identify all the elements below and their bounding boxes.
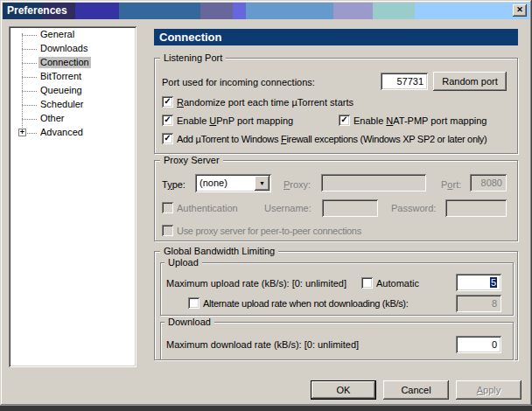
- window-title: Preferences: [7, 4, 67, 17]
- port-input[interactable]: 57731: [381, 73, 428, 90]
- sidebar-item-label: Downloads: [38, 43, 89, 54]
- proxy-type-value: (none): [200, 174, 228, 192]
- max-download-label: Maximum download rate (kB/s): [0: unlimi…: [166, 339, 359, 351]
- tree-stub: [22, 105, 37, 106]
- sidebar-item-label: Advanced: [38, 127, 85, 138]
- category-tree: General Downloads Connection BitTorrent …: [9, 26, 136, 367]
- firewall-checkbox[interactable]: ✓: [162, 133, 173, 144]
- sidebar-item-label: Other: [38, 113, 66, 124]
- max-upload-input[interactable]: 5: [456, 274, 501, 291]
- proxy-server-group: Proxy Server Type: (none) ▼ Proxy: Port:…: [154, 160, 518, 241]
- sidebar-item-other[interactable]: Other: [9, 112, 136, 126]
- selected-text: 5: [490, 277, 497, 288]
- check-icon: ✓: [164, 133, 171, 143]
- sidebar-item-connection[interactable]: Connection: [9, 56, 136, 70]
- authentication-checkbox[interactable]: [162, 202, 173, 213]
- close-icon: ✕: [516, 5, 523, 14]
- upnp-label: Enable UPnP port mapping: [177, 115, 293, 127]
- proxy-p2p-checkbox[interactable]: [162, 225, 173, 236]
- random-port-button[interactable]: Random port: [433, 72, 507, 91]
- tree-stub: [22, 63, 37, 64]
- sidebar-item-label: Queueing: [38, 85, 84, 96]
- sidebar-item-label: General: [38, 29, 76, 40]
- port-label: Port used for incoming connections:: [162, 77, 315, 88]
- tree-stub: [22, 119, 37, 120]
- automatic-label: Automatic: [376, 278, 419, 289]
- sidebar-item-queueing[interactable]: Queueing: [9, 84, 136, 98]
- proxy-port-input[interactable]: 8080: [470, 174, 507, 192]
- authentication-label: Authentication: [177, 203, 238, 214]
- firewall-label: Add µTorrent to Windows Firewall excepti…: [177, 134, 486, 145]
- tree-stub: [27, 133, 37, 134]
- sidebar-item-advanced[interactable]: + Advanced: [9, 126, 136, 140]
- sidebar-item-scheduler[interactable]: Scheduler: [9, 98, 136, 112]
- tree-stub: [22, 91, 37, 92]
- bandwidth-group: Global Bandwidth Limiting Upload Maximum…: [154, 251, 518, 360]
- group-legend: Download: [164, 317, 214, 328]
- sidebar-item-label: BitTorrent: [38, 71, 83, 82]
- natpmp-checkbox[interactable]: ✓: [339, 115, 350, 126]
- sidebar-item-label-selected: Connection: [38, 57, 91, 68]
- upload-group: Upload Maximum upload rate (kB/s): [0: u…: [160, 262, 514, 316]
- desktop-edge: [0, 405, 532, 411]
- max-upload-label: Maximum upload rate (kB/s): [0: unlimite…: [166, 278, 346, 289]
- listening-port-group: Listening Port Port used for incoming co…: [154, 58, 518, 154]
- alternate-upload-input[interactable]: 8: [456, 295, 501, 312]
- sidebar-item-bittorrent[interactable]: BitTorrent: [9, 70, 136, 84]
- screen: Preferences ✕ General Downloads Connecti…: [0, 0, 532, 411]
- alternate-upload-label: Alternate upload rate when not downloadi…: [203, 298, 409, 310]
- close-button[interactable]: ✕: [513, 4, 527, 17]
- sidebar-item-downloads[interactable]: Downloads: [9, 42, 136, 56]
- password-input[interactable]: [445, 199, 507, 217]
- automatic-checkbox[interactable]: [361, 277, 373, 289]
- group-legend: Proxy Server: [160, 155, 223, 166]
- proxy-port-label: Port:: [441, 179, 461, 191]
- apply-button[interactable]: Apply: [456, 380, 522, 400]
- username-input[interactable]: [322, 199, 378, 217]
- proxy-host-input[interactable]: [321, 174, 426, 192]
- proxy-p2p-label: Use proxy server for peer-to-peer connec…: [177, 226, 361, 237]
- natpmp-label: Enable NAT-PMP port mapping: [354, 115, 486, 127]
- proxy-type-select[interactable]: (none) ▼: [195, 174, 271, 192]
- tree-stub: [22, 77, 37, 78]
- tree-stub: [22, 49, 37, 50]
- tree-stub: [22, 35, 37, 36]
- download-group: Download Maximum download rate (kB/s): […: [160, 322, 514, 360]
- cancel-button[interactable]: Cancel: [383, 380, 449, 400]
- check-icon: ✓: [164, 96, 171, 106]
- check-icon: ✓: [164, 115, 171, 124]
- randomize-port-checkbox[interactable]: ✓: [162, 96, 173, 108]
- upnp-checkbox[interactable]: ✓: [162, 115, 173, 126]
- max-download-input[interactable]: 0: [456, 336, 501, 353]
- check-icon: ✓: [340, 115, 347, 124]
- group-legend: Global Bandwidth Limiting: [160, 246, 278, 257]
- username-label: Username:: [264, 203, 312, 214]
- group-legend: Listening Port: [160, 52, 226, 64]
- expand-plus-icon[interactable]: +: [18, 129, 26, 136]
- ok-button[interactable]: OK: [311, 380, 376, 400]
- chevron-down-icon[interactable]: ▼: [255, 176, 270, 191]
- proxy-host-label: Proxy:: [284, 179, 311, 191]
- sidebar-item-general[interactable]: General: [9, 28, 136, 42]
- group-legend: Upload: [164, 257, 202, 268]
- proxy-type-label: Type:: [162, 179, 186, 191]
- password-label: Password:: [391, 203, 436, 214]
- alternate-upload-checkbox[interactable]: [188, 297, 200, 309]
- preferences-dialog: Preferences ✕ General Downloads Connecti…: [0, 0, 532, 406]
- page-title: Connection: [154, 29, 518, 45]
- randomize-port-label: Randomize port each time µTorrent starts: [177, 97, 354, 108]
- sidebar-item-label: Scheduler: [38, 99, 86, 110]
- titlebar[interactable]: Preferences ✕: [3, 3, 529, 19]
